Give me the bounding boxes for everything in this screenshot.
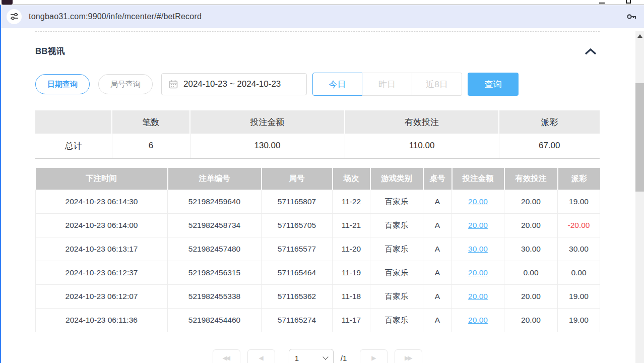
date-query-tab[interactable]: 日期查询 <box>35 74 90 94</box>
table-row: 2024-10-23 06:13:17 521982457480 5711655… <box>36 237 600 261</box>
bet-amount-link[interactable]: 30.00 <box>468 245 488 253</box>
table-header-row: 下注时间 注单编号 局号 场次 游戏类别 桌号 投注金额 有效投注 派彩 <box>36 168 600 190</box>
panel-divider <box>35 31 600 32</box>
first-page-button[interactable]: ◀◀ <box>213 349 240 363</box>
cell-valid-bet: 30.00 <box>504 237 558 261</box>
cell-bet-time: 2024-10-23 06:14:30 <box>36 190 168 214</box>
last-page-icon: ▶▶ <box>405 354 411 361</box>
cell-session: 11-22 <box>333 190 370 214</box>
bet-amount-link[interactable]: 20.00 <box>468 268 488 277</box>
table-row: 2024-10-23 06:14:00 521982458734 5711657… <box>36 214 600 237</box>
cell-table-no: A <box>423 190 452 214</box>
first-page-icon: ◀◀ <box>223 354 229 361</box>
prev-page-button[interactable]: ◀ <box>247 349 275 363</box>
cell-valid-bet: 20.00 <box>504 214 558 237</box>
summary-total-row: 总计 6 130.00 110.00 67.00 <box>35 134 600 158</box>
table-row: 2024-10-23 06:14:30 521982459640 5711658… <box>36 190 600 214</box>
cell-round-no: 571165807 <box>262 190 333 214</box>
cell-payout: 0.00 <box>558 261 600 285</box>
minimize-button[interactable] <box>599 3 605 4</box>
quick-range-group: 今日 昨日 近8日 <box>312 73 462 96</box>
calendar-icon <box>169 80 178 89</box>
cell-game-type: 百家乐 <box>370 261 423 285</box>
header-order-no: 注单编号 <box>168 168 262 190</box>
cell-bet-time: 2024-10-23 06:11:36 <box>36 309 168 332</box>
summary-header-valid-bet: 有效投注 <box>345 110 499 134</box>
cell-game-type: 百家乐 <box>370 285 423 309</box>
quick-range-today[interactable]: 今日 <box>312 73 362 96</box>
header-valid-bet: 有效投注 <box>504 168 558 190</box>
next-page-button[interactable]: ▶ <box>360 349 388 363</box>
bet-record-page: BB视讯 日期查询 局号查询 <box>0 31 644 363</box>
date-range-value: 2024-10-23 ~ 2024-10-23 <box>183 79 281 89</box>
browser-address-bar[interactable]: tongbao31.com:9900/infe/mcenter/#/betRec… <box>0 5 644 28</box>
window-focus-edge <box>0 5 1 363</box>
scrollbar-thumb[interactable] <box>635 83 644 192</box>
table-row: 2024-10-23 06:12:37 521982456315 5711654… <box>36 261 600 285</box>
summary-count-value: 6 <box>112 134 190 158</box>
last-page-button[interactable]: ▶▶ <box>395 349 422 363</box>
page-title: BB视讯 <box>35 45 65 57</box>
cell-table-no: A <box>423 261 452 285</box>
cell-round-no: 571165705 <box>262 214 333 237</box>
summary-header-payout: 派彩 <box>499 110 600 134</box>
chevron-down-icon <box>323 354 328 359</box>
summary-header-bet-amount: 投注金额 <box>190 110 345 134</box>
cell-valid-bet: 20.00 <box>504 309 558 332</box>
summary-header-count: 笔数 <box>112 110 190 134</box>
bet-amount-link[interactable]: 20.00 <box>468 292 488 300</box>
cell-session: 11-20 <box>333 237 370 261</box>
bet-amount-link[interactable]: 20.00 <box>468 197 488 206</box>
table-row: 2024-10-23 06:12:07 521982455338 5711653… <box>36 285 600 309</box>
cell-bet-time: 2024-10-23 06:12:37 <box>36 261 168 285</box>
header-bet-amount: 投注金额 <box>452 168 504 190</box>
search-button[interactable]: 查询 <box>468 73 519 96</box>
summary-header-blank <box>35 110 112 134</box>
quick-range-yesterday[interactable]: 昨日 <box>362 73 412 96</box>
header-game-type: 游戏类别 <box>370 168 423 190</box>
prev-page-icon: ◀ <box>259 354 262 361</box>
cell-order-no: 521982458734 <box>168 214 262 237</box>
page-scrollbar[interactable] <box>635 31 644 363</box>
cell-game-type: 百家乐 <box>370 190 423 214</box>
cell-payout: 30.00 <box>558 237 600 261</box>
page-select-value: 1 <box>295 354 299 362</box>
header-table-no: 桌号 <box>423 168 452 190</box>
summary-valid-bet-value: 110.00 <box>345 134 499 158</box>
quick-range-last8days[interactable]: 近8日 <box>412 73 462 96</box>
header-round-no: 局号 <box>262 168 333 190</box>
cell-order-no: 521982456315 <box>168 261 262 285</box>
header-bet-time: 下注时间 <box>36 168 168 190</box>
cell-valid-bet: 20.00 <box>504 190 558 214</box>
cell-bet-time: 2024-10-23 06:12:07 <box>36 285 168 309</box>
cell-valid-bet: 0.00 <box>504 261 558 285</box>
cell-payout: -20.00 <box>558 214 600 237</box>
password-manager-button[interactable] <box>625 11 637 23</box>
cell-table-no: A <box>423 237 452 261</box>
cell-table-no: A <box>423 214 452 237</box>
summary-header-row: 笔数 投注金额 有效投注 派彩 <box>35 110 600 134</box>
scrollbar-up-icon[interactable] <box>637 34 642 38</box>
url-text[interactable]: tongbao31.com:9900/infe/mcenter/#/betRec… <box>29 12 202 21</box>
site-settings-button[interactable] <box>7 9 22 24</box>
table-row: 2024-10-23 06:11:36 521982454460 5711652… <box>36 309 600 332</box>
filter-toolbar: 日期查询 局号查询 2024-10-23 ~ <box>35 73 600 96</box>
cell-session: 11-19 <box>333 261 370 285</box>
collapse-panel-button[interactable] <box>585 48 597 55</box>
cell-session: 11-18 <box>333 285 370 309</box>
round-query-tab[interactable]: 局号查询 <box>98 74 153 94</box>
cell-game-type: 百家乐 <box>370 237 423 261</box>
summary-table: 笔数 投注金额 有效投注 派彩 总计 6 130.00 110.00 67.00 <box>35 110 600 159</box>
summary-payout-value: 67.00 <box>499 134 600 158</box>
page-select[interactable]: 1 <box>289 349 334 363</box>
maximize-button[interactable] <box>626 0 631 4</box>
cell-order-no: 521982454460 <box>168 309 262 332</box>
cell-bet-time: 2024-10-23 06:14:00 <box>36 214 168 237</box>
cell-session: 11-21 <box>333 214 370 237</box>
cell-bet-time: 2024-10-23 06:13:17 <box>36 237 168 261</box>
cell-payout: 19.00 <box>558 309 600 332</box>
bet-amount-link[interactable]: 20.00 <box>468 221 488 229</box>
cell-table-no: A <box>423 285 452 309</box>
bet-amount-link[interactable]: 20.00 <box>468 316 488 324</box>
date-range-input[interactable]: 2024-10-23 ~ 2024-10-23 <box>161 73 307 95</box>
